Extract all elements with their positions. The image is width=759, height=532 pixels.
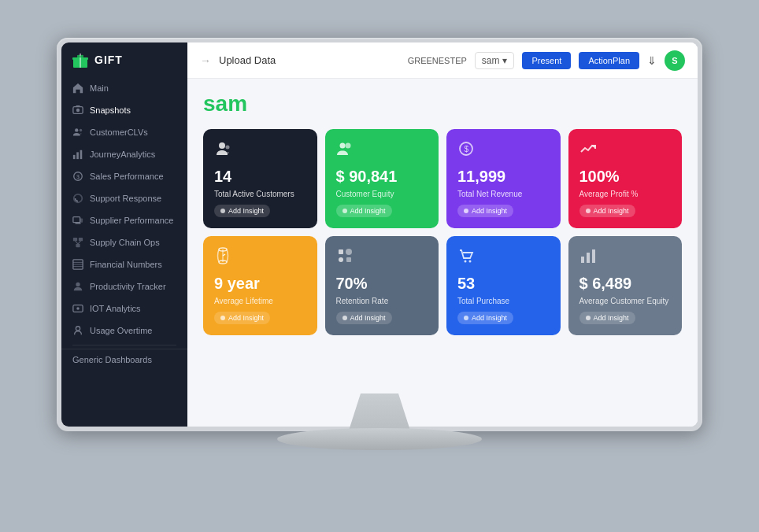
insight-dot [342,316,347,320]
add-insight-button-customers[interactable]: Add Insight [214,205,270,217]
svg-rect-46 [581,257,584,263]
monitor-screen-border: GIFT Main [57,38,702,431]
svg-point-33 [345,143,350,149]
card-total-net-revenue: $ 11,999 Total Net Revenue Add Insight [446,129,561,228]
svg-rect-19 [76,244,80,247]
sidebar-item-financialnumbers[interactable]: Financial Numbers [61,253,187,275]
app-name: GIFT [94,54,123,66]
card-average-lifetime: 9 year Average Lifetime Add Insight [203,236,317,335]
dashboard-area: sam 14 [187,79,698,427]
sidebar-item-journeyanalytics[interactable]: JourneyAnalytics [61,143,187,165]
svg-point-7 [75,128,78,131]
monitor-stand-base [277,428,482,450]
insight-dot [586,209,591,213]
sidebar-item-main[interactable]: Main [61,77,187,99]
sidebar-item-salesperformance[interactable]: $ Sales Performance [61,165,187,187]
add-insight-button-avg-equity[interactable]: Add Insight [579,312,635,324]
svg-point-45 [469,260,472,263]
card-icon-customers [214,140,306,161]
user-dropdown[interactable]: sam ▾ [475,52,515,69]
iot-icon [72,303,83,314]
svg-text:$: $ [76,174,80,179]
snapshots-icon [72,105,83,116]
insight-dot [464,316,468,320]
card-icon-lifetime [214,247,306,268]
supplychain-icon [72,237,83,248]
nav-arrow-icon: → [200,54,211,67]
card-average-profit: 100% Average Profit % Add Insight [568,129,683,228]
sidebar-item-supportresponse[interactable]: Support Response [61,187,187,209]
card-value-customers: 14 [214,168,306,185]
add-insight-button-purchase[interactable]: Add Insight [457,312,513,324]
add-insight-button-retention[interactable]: Add Insight [336,312,392,324]
card-retention-rate: 70% Retention Rate Add Insight [325,236,439,335]
actionplan-button[interactable]: ActionPlan [579,52,639,69]
svg-point-8 [80,129,83,132]
svg-text:$: $ [465,145,469,153]
card-label-lifetime: Average Lifetime [214,297,306,305]
sidebar-item-productivitytracker[interactable]: Productivity Tracker [61,275,187,297]
card-value-lifetime: 9 year [214,275,306,292]
card-label-profit: Average Profit % [579,190,672,198]
analytics-icon [72,149,83,160]
monitor-screen: GIFT Main [61,42,698,427]
sales-icon: $ [72,171,83,182]
svg-point-28 [76,307,80,310]
card-icon-profit [579,140,672,161]
customers-icon [72,127,83,138]
add-insight-button-revenue[interactable]: Add Insight [457,205,513,217]
svg-line-20 [76,241,79,244]
svg-rect-43 [346,257,351,262]
add-insight-button-equity[interactable]: Add Insight [336,205,392,217]
dashboard-title: sam [203,91,682,116]
svg-rect-17 [73,238,77,241]
insight-dot [586,316,591,320]
card-icon-equity [336,140,428,161]
user-name: sam [482,55,500,66]
add-insight-button-profit[interactable]: Add Insight [579,205,635,217]
svg-rect-14 [73,217,80,223]
svg-rect-48 [592,249,595,263]
sidebar-item-customerclvs[interactable]: CustomerCLVs [61,121,187,143]
svg-rect-18 [79,238,83,241]
card-label-purchase: Total Purchase [457,297,550,305]
svg-rect-47 [587,253,590,263]
insight-dot [220,209,225,213]
card-label-avg-equity: Average Customer Equity [579,297,672,305]
svg-point-41 [346,249,352,255]
svg-point-29 [76,327,80,331]
svg-point-5 [76,109,80,112]
svg-rect-6 [76,105,80,107]
card-total-purchase: 53 Total Purchase Add Insight [446,236,561,335]
present-button[interactable]: Present [522,52,571,69]
sidebar-item-usageoverttime[interactable]: Usage Overtime [61,320,187,342]
productivity-icon [72,281,83,292]
add-insight-button-lifetime[interactable]: Add Insight [214,312,270,324]
card-label-retention: Retention Rate [336,297,428,305]
upload-data-label: Upload Data [219,54,276,66]
sidebar-item-supplychainops[interactable]: Supply Chain Ops [61,231,187,253]
sidebar-item-iotanalytics[interactable]: IOT Analytics [61,297,187,320]
insight-dot [220,316,225,320]
download-icon[interactable]: ⇓ [647,54,657,67]
generic-dashboards-label: Generic Dashboards [72,355,152,364]
sidebar-item-genericdashboards[interactable]: Generic Dashboards [61,349,187,370]
card-value-profit: 100% [579,168,672,185]
svg-rect-42 [339,257,343,262]
gift-logo-icon [72,52,88,68]
card-label-revenue: Total Net Revenue [457,190,550,198]
card-icon-purchase [457,247,550,268]
main-content: → Upload Data GREENESTEP sam ▾ Present A… [187,42,698,427]
svg-rect-10 [76,152,79,159]
nav-divider [72,345,176,345]
svg-point-32 [339,143,345,149]
sidebar-nav: Main Snapshots [61,77,187,427]
card-icon-avg-equity [579,247,672,268]
sidebar-item-supplierperformance[interactable]: Supplier Performance [61,209,187,231]
financial-icon [72,259,83,270]
topbar: → Upload Data GREENESTEP sam ▾ Present A… [187,42,698,79]
insight-dot [464,209,468,213]
svg-point-30 [219,142,225,149]
sidebar-item-snapshots[interactable]: Snapshots [61,99,187,121]
card-label-equity: Customer Equity [336,190,428,198]
